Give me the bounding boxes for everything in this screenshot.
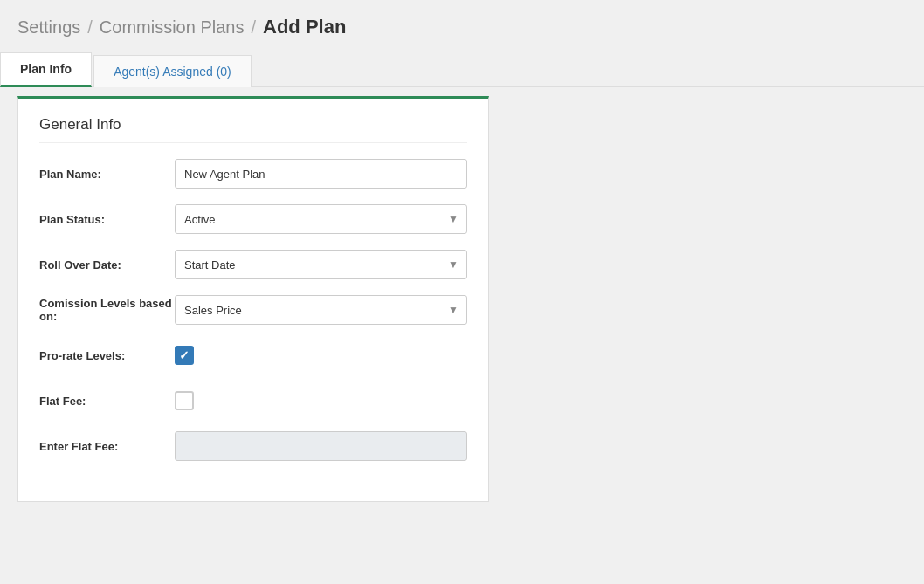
commission-levels-control: Sales Price Net Price Gross Price ▼ bbox=[175, 295, 467, 325]
tab-agents-assigned[interactable]: Agent(s) Assigned (0) bbox=[93, 55, 252, 87]
pro-rate-control: ✓ bbox=[175, 346, 467, 365]
pro-rate-checkbox[interactable]: ✓ bbox=[175, 346, 194, 365]
enter-flat-fee-input bbox=[175, 431, 467, 461]
plan-name-control bbox=[175, 159, 467, 189]
breadcrumb-settings: Settings bbox=[17, 17, 80, 38]
tab-plan-info[interactable]: Plan Info bbox=[0, 52, 92, 87]
plan-name-label: Plan Name: bbox=[39, 168, 175, 181]
roll-over-date-label: Roll Over Date: bbox=[39, 258, 175, 271]
breadcrumb-commission-plans: Commission Plans bbox=[100, 17, 245, 38]
flat-fee-checkbox[interactable] bbox=[175, 391, 194, 410]
flat-fee-row: Flat Fee: bbox=[39, 386, 467, 416]
commission-levels-label: Comission Levels based on: bbox=[39, 297, 175, 323]
enter-flat-fee-label: Enter Flat Fee: bbox=[39, 440, 175, 453]
general-info-card: General Info Plan Name: Plan Status: Act… bbox=[17, 96, 489, 502]
plan-status-row: Plan Status: Active Inactive ▼ bbox=[39, 204, 467, 234]
breadcrumb: Settings / Commission Plans / Add Plan bbox=[0, 0, 924, 51]
enter-flat-fee-row: Enter Flat Fee: bbox=[39, 431, 467, 461]
commission-levels-select[interactable]: Sales Price Net Price Gross Price bbox=[175, 295, 467, 325]
main-content: General Info Plan Name: Plan Status: Act… bbox=[0, 87, 924, 519]
commission-levels-row: Comission Levels based on: Sales Price N… bbox=[39, 295, 467, 325]
flat-fee-label: Flat Fee: bbox=[39, 395, 175, 408]
section-title: General Info bbox=[39, 116, 467, 143]
roll-over-date-select[interactable]: Start Date End Date bbox=[175, 250, 467, 279]
roll-over-date-control: Start Date End Date ▼ bbox=[175, 250, 467, 279]
plan-status-control: Active Inactive ▼ bbox=[175, 204, 467, 234]
plan-status-label: Plan Status: bbox=[39, 213, 175, 226]
tabs-bar: Plan Info Agent(s) Assigned (0) bbox=[0, 51, 924, 87]
plan-status-select[interactable]: Active Inactive bbox=[175, 204, 467, 234]
enter-flat-fee-control bbox=[175, 431, 467, 461]
breadcrumb-sep1: / bbox=[87, 17, 93, 38]
pro-rate-label: Pro-rate Levels: bbox=[39, 349, 175, 362]
roll-over-date-row: Roll Over Date: Start Date End Date ▼ bbox=[39, 250, 467, 279]
plan-name-row: Plan Name: bbox=[39, 159, 467, 189]
checkmark-icon: ✓ bbox=[179, 348, 190, 362]
flat-fee-control bbox=[175, 391, 467, 410]
breadcrumb-current-page: Add Plan bbox=[263, 16, 346, 38]
breadcrumb-sep2: / bbox=[251, 17, 256, 38]
pro-rate-row: Pro-rate Levels: ✓ bbox=[39, 340, 467, 370]
plan-name-input[interactable] bbox=[175, 159, 467, 189]
